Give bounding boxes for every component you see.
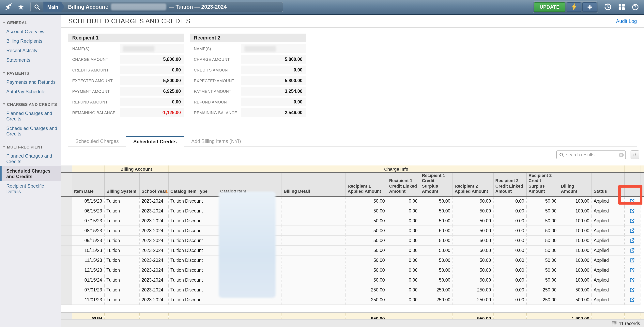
group-header-billing-account: Billing Account: [104, 166, 168, 172]
open-record-button[interactable]: [628, 216, 636, 225]
column-header-billing-system[interactable]: Billing System: [104, 172, 140, 196]
card-field-row: REFUND AMOUNT0.00: [68, 98, 184, 106]
column-header-recipient-1-credit-linked-amount[interactable]: Recipient 1 Credit Linked Amount: [387, 172, 420, 196]
sidebar-item-scheduled-charges-and-credits[interactable]: Scheduled Charges and Credits: [0, 166, 61, 182]
cell-billing_amount: 100.00: [559, 226, 592, 236]
row-handle[interactable]: [61, 295, 72, 305]
cell-billing_system: Tuition: [104, 206, 140, 216]
cell-r1_applied: 50.00: [346, 265, 387, 275]
cell-billing_detail: [282, 275, 346, 285]
cell-billing_system: Tuition: [104, 196, 140, 206]
row-handle[interactable]: [61, 216, 72, 226]
page-context-title: Billing Account: — Tuition — 2023-2024: [68, 4, 227, 10]
quick-actions-button[interactable]: [566, 2, 581, 12]
row-handle[interactable]: [61, 206, 72, 216]
search-input[interactable]: [566, 152, 619, 157]
group-header-spacer: [640, 166, 644, 172]
row-handle[interactable]: [61, 226, 72, 236]
cell-r1_applied: 50.00: [346, 226, 387, 236]
audit-log-link[interactable]: Audit Log: [616, 18, 637, 24]
sidebar-section-header-charges-and-credits[interactable]: ▾CHARGES AND CREDITS: [0, 100, 61, 108]
cell-r2_applied: 250.00: [452, 295, 493, 305]
breadcrumb-main[interactable]: Main: [44, 2, 64, 12]
field-value-name-s: [241, 44, 306, 53]
row-pad-cell: [640, 246, 644, 255]
row-handle[interactable]: [61, 285, 72, 295]
column-header-recipient-1-credit-surplus-amount[interactable]: Recipient 1 Credit Surplus Amount: [420, 172, 452, 196]
column-header-school-year[interactable]: School Year«1: [140, 172, 168, 196]
open-record-button[interactable]: [628, 226, 636, 235]
table-row: 09/15/23Tuition2023-2024Tuition Discount…: [61, 236, 644, 246]
sidebar-section-payments: ▾PAYMENTSPayments and RefundsAutoPay Sch…: [0, 68, 61, 96]
sidebar-section-header-general[interactable]: ▾GENERAL: [0, 18, 61, 27]
cell-r2_credit_linked: 0.00: [493, 255, 526, 265]
open-record-button[interactable]: [628, 246, 636, 255]
redacted-catalog-item-column: [219, 192, 276, 298]
add-button[interactable]: [582, 2, 597, 12]
apps-grid-icon[interactable]: [617, 2, 626, 11]
sidebar-item-billing-recipients[interactable]: Billing Recipients: [0, 36, 61, 46]
star-favorites-icon[interactable]: ★: [16, 2, 25, 11]
open-record-button[interactable]: [628, 266, 636, 274]
open-record-button[interactable]: [628, 296, 636, 304]
tab-scheduled-credits[interactable]: Scheduled Credits: [126, 136, 184, 147]
clear-search-icon[interactable]: [619, 152, 624, 158]
help-icon[interactable]: ?: [631, 2, 640, 11]
sidebar-item-planned-charges-and-credits[interactable]: Planned Charges and Credits: [0, 108, 61, 124]
cell-catalog_item_type: Tuition Discount: [168, 295, 218, 305]
row-handle[interactable]: [61, 265, 72, 275]
search-icon[interactable]: [31, 4, 44, 10]
sidebar-item-recipient-specific-details[interactable]: Recipient Specific Details: [0, 181, 61, 196]
open-record-button[interactable]: [628, 206, 636, 215]
open-grid-in-window-button[interactable]: [630, 150, 639, 159]
sidebar-item-scheduled-charges-and-credits[interactable]: Scheduled Charges and Credits: [0, 124, 61, 139]
table-body: 05/15/23Tuition2023-2024Tuition Discount…: [61, 196, 644, 324]
rocket-icon[interactable]: [4, 2, 13, 11]
sidebar-item-recent-activity[interactable]: Recent Activity: [0, 46, 61, 56]
highlight-annotation-rect: [618, 185, 642, 204]
cell-billing_system: Tuition: [104, 275, 140, 285]
open-record-button[interactable]: [628, 256, 636, 264]
column-header-catalog-item-type[interactable]: Catalog Item Type: [168, 172, 218, 196]
cell-r2_credit_surplus: 50.00: [526, 196, 559, 206]
column-header-recipient-1-applied-amount[interactable]: Recipient 1 Applied Amount: [346, 172, 387, 196]
sidebar-item-payments-and-refunds[interactable]: Payments and Refunds: [0, 77, 61, 87]
row-handle[interactable]: [61, 236, 72, 246]
cell-status: Applied: [592, 265, 624, 275]
column-header-recipient-2-applied-amount[interactable]: Recipient 2 Applied Amount: [452, 172, 493, 196]
sidebar-item-statements[interactable]: Statements: [0, 56, 61, 65]
field-value-charge-amount: 5,800.00: [120, 55, 184, 64]
cell-r2_credit_linked: 0.00: [493, 275, 526, 285]
cell-item_date: 10/15/23: [72, 246, 104, 255]
sidebar-section-header-multi-recipient[interactable]: ▾MULTI-RECIPIENT: [0, 142, 61, 151]
column-header-billing-detail[interactable]: Billing Detail: [282, 172, 346, 196]
sidebar-section-header-payments[interactable]: ▾PAYMENTS: [0, 68, 61, 77]
row-handle[interactable]: [61, 196, 72, 206]
flag-icon: [611, 320, 617, 326]
row-handle[interactable]: [61, 275, 72, 285]
sidebar-item-planned-charges-and-credits[interactable]: Planned Charges and Credits: [0, 151, 61, 166]
sidebar-item-account-overview[interactable]: Account Overview: [0, 27, 61, 36]
recipient-card-2: Recipient 2NAME(S)CHARGE AMOUNT5,800.00C…: [190, 34, 306, 117]
history-icon[interactable]: [603, 2, 612, 11]
cell-status: Applied: [592, 236, 624, 246]
open-record-button[interactable]: [628, 276, 636, 284]
tab-add-billing-items-nyi[interactable]: Add Billing Items (NYI): [184, 136, 248, 146]
column-header-recipient-2-credit-surplus-amount[interactable]: Recipient 2 Credit Surplus Amount: [526, 172, 559, 196]
chevron-down-icon: ▾: [3, 145, 5, 148]
open-record-button[interactable]: [628, 236, 636, 245]
open-record-button[interactable]: [628, 286, 636, 294]
sidebar-item-autopay-schedule[interactable]: AutoPay Schedule: [0, 87, 61, 96]
column-header-recipient-2-credit-linked-amount[interactable]: Recipient 2 Credit Linked Amount: [493, 172, 526, 196]
cell-billing_system: Tuition: [104, 216, 140, 226]
column-header-item-date[interactable]: Item Date: [72, 172, 104, 196]
row-pad-cell: [640, 226, 644, 236]
column-header-billing-amount[interactable]: Billing Amount: [559, 172, 592, 196]
row-handle[interactable]: [61, 255, 72, 265]
cell-billing_detail: [282, 236, 346, 246]
row-handle[interactable]: [61, 246, 72, 255]
row-actions-cell: [624, 285, 640, 295]
cell-catalog_item_type: Tuition Discount: [168, 196, 218, 206]
tab-scheduled-charges[interactable]: Scheduled Charges: [68, 136, 126, 146]
update-button[interactable]: UPDATE: [534, 2, 566, 12]
